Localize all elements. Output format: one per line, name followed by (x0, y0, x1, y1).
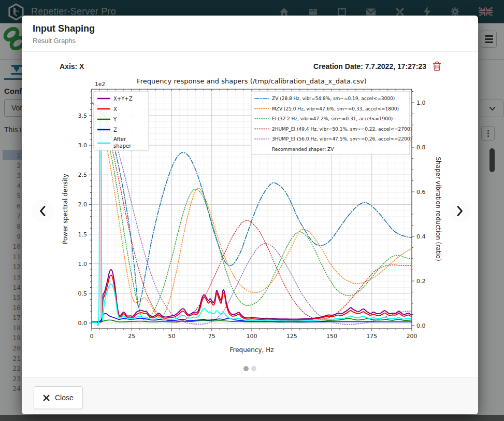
carousel-next-button[interactable] (449, 200, 471, 222)
axis-label: Axis: X (60, 62, 84, 71)
svg-text:X: X (113, 106, 117, 112)
svg-text:ZV (28.8 Hz, vibr=54.8%, sm~=0: ZV (28.8 Hz, vibr=54.8%, sm~=0.19, accel… (272, 96, 395, 101)
delete-trash-icon[interactable] (433, 61, 441, 71)
svg-text:1e2: 1e2 (95, 81, 105, 87)
svg-text:100: 100 (247, 333, 257, 340)
close-button-label: Close (55, 394, 74, 402)
svg-text:Frequency, Hz: Frequency, Hz (230, 346, 274, 354)
svg-text:2.5: 2.5 (78, 172, 88, 178)
chevron-right-icon (456, 205, 464, 217)
svg-text:1.5: 1.5 (78, 231, 88, 238)
svg-text:200: 200 (407, 333, 417, 340)
svg-text:Y: Y (113, 117, 117, 122)
svg-text:3HUMP_EI (56.0 Hz, vibr=47.5%,: 3HUMP_EI (56.0 Hz, vibr=47.5%, sm~=0.26,… (272, 136, 412, 142)
svg-text:After: After (113, 136, 126, 142)
frequency-response-chart: 02550751001251501752000.00.51.01.52.02.5… (60, 75, 442, 361)
svg-text:Shaper vibration reduction (ra: Shaper vibration reduction (ratio) (435, 157, 442, 261)
carousel-pagination (22, 366, 478, 371)
svg-text:75: 75 (208, 333, 215, 340)
carousel-dot[interactable] (243, 366, 249, 371)
svg-text:3.5: 3.5 (78, 113, 88, 119)
svg-text:Power spectral density: Power spectral density (62, 174, 69, 244)
svg-text:EI (32.2 Hz, vibr=47.2%, sm~=0: EI (32.2 Hz, vibr=47.2%, sm~=0.31, accel… (272, 116, 393, 121)
svg-text:0.8: 0.8 (416, 144, 426, 151)
dialog-header: Input Shaping Result Graphs (22, 16, 478, 52)
app-root: Repetier-Server Pro Confi Vor This i 123… (0, 0, 504, 421)
svg-text:150: 150 (326, 333, 337, 340)
svg-text:0.6: 0.6 (416, 189, 426, 195)
svg-text:0.0: 0.0 (78, 320, 88, 327)
dialog-footer: Close (22, 377, 478, 414)
carousel-dot[interactable] (251, 366, 256, 371)
svg-text:0.5: 0.5 (78, 290, 88, 297)
svg-text:1.0: 1.0 (78, 261, 88, 268)
svg-text:0: 0 (90, 333, 94, 340)
dialog-subtitle: Result Graphs (33, 37, 466, 45)
svg-text:Z: Z (113, 127, 117, 133)
svg-text:shaper: shaper (113, 143, 132, 149)
svg-text:25: 25 (128, 333, 135, 340)
svg-text:0.0: 0.0 (416, 322, 426, 329)
svg-text:0.2: 0.2 (416, 278, 426, 285)
svg-text:Recommended shaper: ZV: Recommended shaper: ZV (272, 147, 334, 152)
close-x-icon (43, 395, 50, 401)
svg-text:MZV (25.0 Hz, vibr=47.6%, sm~=: MZV (25.0 Hz, vibr=47.6%, sm~=0.33, acce… (272, 106, 399, 111)
creation-date-group: Creation Date: 7.7.2022, 17:27:23 (313, 61, 441, 71)
creation-date-label: Creation Date: 7.7.2022, 17:27:23 (313, 62, 426, 71)
svg-text:0.4: 0.4 (416, 233, 426, 240)
svg-text:X+Y+Z: X+Y+Z (113, 96, 133, 102)
svg-text:50: 50 (168, 333, 176, 340)
carousel-prev-button[interactable] (31, 200, 54, 222)
svg-text:1.0: 1.0 (416, 100, 426, 106)
close-button[interactable]: Close (34, 386, 83, 409)
result-meta-row: Axis: X Creation Date: 7.7.2022, 17:27:2… (60, 61, 441, 71)
input-shaping-dialog: Input Shaping Result Graphs Axis: X Crea… (22, 16, 478, 414)
svg-text:Frequency response and shapers: Frequency response and shapers (/tmp/cal… (137, 77, 367, 85)
svg-text:3.0: 3.0 (78, 142, 88, 149)
svg-text:2HUMP_EI (49.4 Hz, vibr=50.1%,: 2HUMP_EI (49.4 Hz, vibr=50.1%, sm~=0.22,… (272, 127, 412, 132)
chevron-left-icon (39, 205, 46, 217)
svg-text:125: 125 (286, 333, 297, 340)
svg-text:175: 175 (366, 333, 377, 340)
svg-text:2.0: 2.0 (78, 201, 88, 208)
dialog-title: Input Shaping (33, 23, 466, 34)
